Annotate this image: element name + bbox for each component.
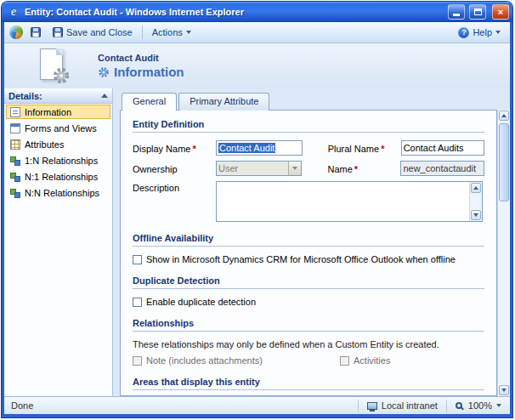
information-icon [10,107,20,117]
details-header-label: Details: [8,91,42,101]
scrollbar-thumb[interactable] [499,123,509,201]
chevron-up-icon [101,94,108,98]
description-label: Description [133,181,216,193]
save-button[interactable] [26,26,45,39]
close-button[interactable]: × [492,4,509,20]
ownership-value: User [218,163,238,173]
checkbox-icon [340,356,349,366]
security-zone[interactable]: Local intranet [362,400,443,411]
dropdown-button [288,162,301,175]
scroll-down-button[interactable] [471,210,481,220]
help-label: Help [473,27,492,37]
scroll-up-button[interactable] [499,111,509,121]
sidebar-item-label: Attributes [25,139,64,150]
status-bar: Done Local intranet 100% [4,396,510,414]
plural-name-value: Contact Audits [404,143,464,153]
close-icon: × [498,7,503,17]
scroll-up-button[interactable] [471,183,481,193]
ownership-label: Ownership [133,162,216,174]
checkbox-label: Note (includes attachments) [146,355,263,366]
sidebar-item-attributes[interactable]: Attributes [6,137,110,151]
content-area: General Primary Attribute Entity Definit… [113,88,510,396]
name-input: new_contactaudit [400,161,484,176]
dropdown-caret-icon [292,167,297,170]
plural-name-input[interactable]: Contact Audits [401,140,484,156]
entity-page-gear-icon [37,48,71,85]
description-scrollbar[interactable] [469,182,482,221]
checkbox-label: Activities [354,355,390,366]
section-title-offline-availability: Offline Availability [133,233,484,243]
name-label: Name* [327,162,400,174]
window-frame: Save and Close Actions ? Help Contact Au… [2,22,512,417]
details-header[interactable]: Details: [4,88,112,104]
toolbar-separator [142,26,143,39]
window-title: Entity: Contact Audit - Windows Internet… [25,7,444,17]
arrow-up-icon [473,186,478,190]
scroll-down-button[interactable] [499,385,509,395]
sidebar-item-information[interactable]: Information [6,105,110,119]
magnifier-icon [456,402,462,409]
status-separator [446,400,447,412]
minimize-icon [453,14,460,16]
zoom-level: 100% [468,400,492,411]
minimize-button[interactable] [448,4,465,20]
plural-name-label: Plural Name* [328,142,401,154]
ownership-select: User [216,161,302,176]
zoom-control[interactable]: 100% [450,400,507,411]
relationship-icon [10,156,20,166]
body: Details: Information Forms and Views Att… [4,88,510,396]
maximize-icon [474,9,482,15]
section-title-relationships: Relationships [133,318,484,328]
sidebar-item-1n-relationships[interactable]: 1:N Relationships [6,153,110,167]
save-and-close-button[interactable]: Save and Close [48,26,137,39]
dropdown-caret-icon [186,31,191,34]
actions-menu-button[interactable]: Actions [148,26,195,39]
name-value: new_contactaudit [403,163,476,173]
checkbox-note-attachments: Note (includes attachments) [133,355,340,366]
help-menu-button[interactable]: ? Help [454,26,505,40]
sidebar-item-nn-relationships[interactable]: N:N Relationships [6,185,110,200]
vertical-scrollbar[interactable] [497,110,510,396]
title-bar[interactable]: e Entity: Contact Audit - Windows Intern… [2,2,512,22]
section-divider [133,288,484,289]
section-title-duplicate-detection: Duplicate Detection [133,275,484,286]
relationships-note: These relationships may only be defined … [133,339,484,349]
monitor-icon [367,402,377,410]
attributes-icon [10,139,20,150]
save-and-close-label: Save and Close [66,27,133,37]
actions-label: Actions [152,27,183,37]
tab-primary-attribute[interactable]: Primary Attribute [178,93,269,111]
display-name-label: Display Name* [133,142,216,154]
checkbox-label: Enable duplicate detection [146,297,256,307]
sidebar-item-label: Forms and Views [25,123,97,133]
sidebar-item-n1-relationships[interactable]: N:1 Relationships [6,169,110,184]
checkbox-icon [133,255,142,264]
checkbox-offline-outlook[interactable]: Show in Microsoft Dynamics CRM for Micro… [133,254,456,264]
sidebar-item-label: N:N Relationships [25,188,99,198]
checkbox-icon [133,356,142,366]
tab-general[interactable]: General [122,93,177,111]
save-disk-icon [31,27,41,37]
required-asterisk: * [381,144,384,154]
sidebar-item-label: Information [25,107,71,117]
tab-strip: General Primary Attribute [120,92,510,110]
section-title-entity-definition: Entity Definition [133,119,484,129]
crm-sphere-logo [9,26,23,39]
description-textarea[interactable] [216,181,483,222]
maximize-button[interactable] [469,4,486,20]
display-name-input[interactable]: Contact Audit [216,140,303,156]
arrow-down-icon [501,389,507,392]
help-icon: ? [458,27,469,38]
ie-icon: e [7,5,20,19]
information-page-icon [98,66,110,78]
general-form: Entity Definition Display Name* Contact … [120,110,497,396]
arrow-up-icon [501,114,507,117]
required-asterisk: * [354,164,358,174]
status-separator [358,400,359,412]
sidebar-item-forms-and-views[interactable]: Forms and Views [6,121,110,135]
details-sidebar: Details: Information Forms and Views Att… [4,88,113,396]
command-toolbar: Save and Close Actions ? Help [4,22,510,43]
relationship-icon [10,172,20,182]
arrow-down-icon [473,213,478,217]
checkbox-enable-duplicate-detection[interactable]: Enable duplicate detection [133,297,256,307]
